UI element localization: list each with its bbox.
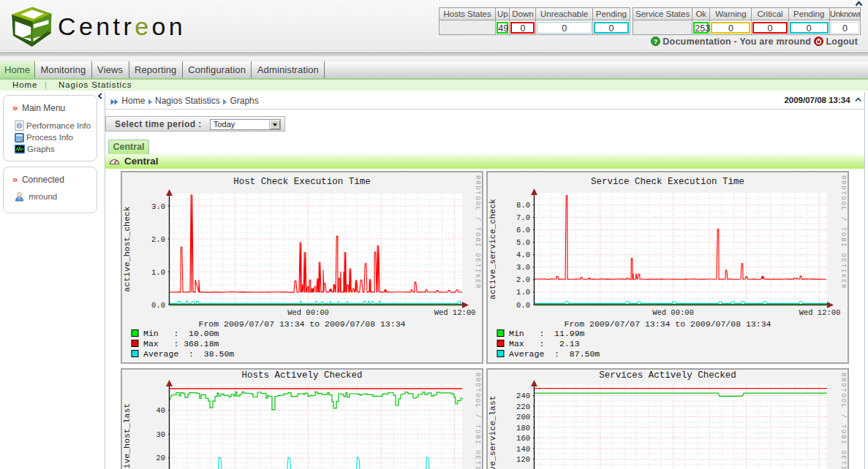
svg-text:Hosts Actively Checked: Hosts Actively Checked [241, 370, 362, 381]
svg-text:active_host_last: active_host_last [122, 403, 132, 469]
svg-text:Max : 2.13: Max : 2.13 [509, 339, 580, 348]
svg-text:6.0: 6.0 [516, 226, 530, 234]
svg-text:Average : 87.50m: Average : 87.50m [509, 349, 600, 359]
svg-text:1.0: 1.0 [516, 288, 530, 297]
svg-text:5.0: 5.0 [516, 238, 530, 247]
svg-text:active_host_check: active_host_check [122, 206, 132, 291]
svg-text:160: 160 [516, 434, 530, 443]
svg-text:200: 200 [516, 413, 530, 422]
svg-text:Services Actively Checked: Services Actively Checked [599, 370, 736, 381]
svg-text:Max : 368.18m: Max : 368.18m [143, 339, 219, 348]
svg-text:180: 180 [516, 424, 530, 432]
svg-text:Min : 10.00m: Min : 10.00m [143, 329, 219, 338]
svg-text:RRDTOOL / TOBI OETIKER: RRDTOOL / TOBI OETIKER [474, 175, 481, 289]
svg-text:Service Check Execution Time: Service Check Execution Time [591, 177, 744, 187]
svg-text:7.0: 7.0 [516, 213, 530, 222]
svg-text:?: ? [653, 38, 657, 45]
svg-text:Host Check Execution Time: Host Check Execution Time [233, 177, 371, 187]
svg-text:220: 220 [516, 403, 530, 411]
svg-text:8.0: 8.0 [516, 201, 530, 210]
svg-text:Min : 11.99m: Min : 11.99m [509, 329, 585, 338]
svg-text:20: 20 [156, 454, 165, 462]
svg-text:From 2009/07/07 13:34 to 2009/: From 2009/07/07 13:34 to 2009/07/08 13:3… [565, 319, 771, 329]
svg-text:active_service_check: active_service_check [488, 199, 497, 300]
svg-text:From 2009/07/07 13:34 to 2009/: From 2009/07/07 13:34 to 2009/07/08 13:3… [199, 319, 406, 329]
svg-text:40: 40 [156, 406, 165, 415]
svg-text:Wed 00:00: Wed 00:00 [287, 308, 329, 317]
svg-text:30: 30 [156, 430, 165, 439]
svg-text:2.0: 2.0 [151, 235, 165, 244]
svg-text:Average : 38.50m: Average : 38.50m [143, 349, 234, 359]
svg-text:2.0: 2.0 [516, 275, 530, 284]
svg-text:Wed 00:00: Wed 00:00 [652, 308, 694, 317]
svg-text:0.0: 0.0 [151, 301, 165, 310]
svg-text:3.0: 3.0 [151, 202, 165, 211]
svg-text:active_service_last: active_service_last [488, 395, 497, 469]
svg-text:3.0: 3.0 [516, 263, 530, 272]
svg-text:RRDTOOL / TOBI OETIKER: RRDTOOL / TOBI OETIKER [474, 373, 481, 469]
svg-text:1.0: 1.0 [151, 268, 165, 277]
svg-text:Wed 12:00: Wed 12:00 [799, 308, 841, 317]
svg-text:RRDTOOL / TOBI OETIKER: RRDTOOL / TOBI OETIKER [839, 373, 847, 469]
svg-text:240: 240 [516, 392, 530, 400]
svg-text:0.0: 0.0 [516, 301, 530, 310]
svg-text:Wed 12:00: Wed 12:00 [434, 308, 476, 317]
svg-text:4.0: 4.0 [516, 251, 530, 259]
svg-text:140: 140 [516, 445, 530, 454]
svg-text:120: 120 [516, 455, 530, 464]
svg-text:RRDTOOL / TOBI OETIKER: RRDTOOL / TOBI OETIKER [839, 175, 847, 289]
